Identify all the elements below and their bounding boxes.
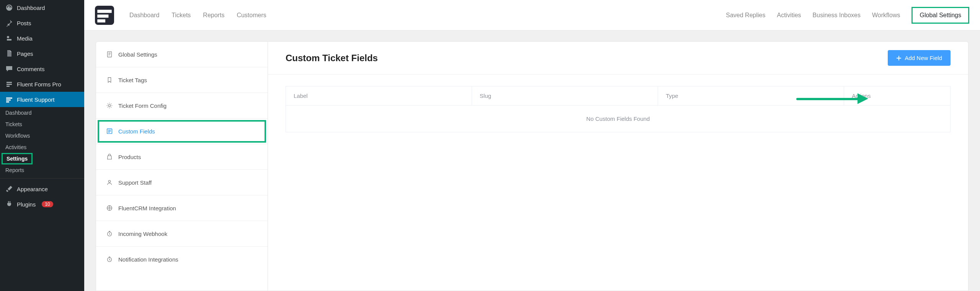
separator bbox=[0, 178, 84, 181]
settings-nav-label: Support Staff bbox=[118, 179, 152, 186]
content-row: Global Settings Ticket Tags Ticket Form … bbox=[96, 41, 969, 291]
wp-menu-appearance[interactable]: Appearance bbox=[0, 181, 84, 197]
settings-nav-custom-fields[interactable]: Custom Fields bbox=[96, 119, 268, 144]
settings-nav-label: Ticket Form Config bbox=[118, 102, 167, 109]
svg-point-9 bbox=[109, 207, 110, 209]
bell-icon bbox=[106, 256, 113, 263]
page-icon bbox=[5, 50, 13, 57]
settings-nav-support-staff[interactable]: Support Staff bbox=[96, 170, 268, 195]
wp-menu-label: Plugins bbox=[17, 201, 36, 208]
wp-menu-label: Media bbox=[17, 35, 33, 42]
wp-menu-label: Fluent Support bbox=[17, 96, 54, 103]
nav-reports[interactable]: Reports bbox=[203, 12, 224, 19]
wp-submenu-workflows[interactable]: Workflows bbox=[0, 130, 84, 141]
plug-icon bbox=[5, 200, 13, 208]
svg-point-7 bbox=[108, 180, 110, 182]
comment-icon bbox=[5, 65, 13, 73]
button-label: Add New Field bbox=[905, 55, 942, 61]
top-nav-right: Saved Replies Activities Business Inboxe… bbox=[726, 7, 969, 24]
nav-business-inboxes[interactable]: Business Inboxes bbox=[813, 12, 861, 19]
settings-nav-label: Custom Fields bbox=[118, 128, 155, 135]
settings-nav-label: Notification Integrations bbox=[118, 256, 178, 263]
settings-nav-tags[interactable]: Ticket Tags bbox=[96, 67, 268, 93]
app-topbar: Dashboard Tickets Reports Customers Save… bbox=[84, 0, 980, 31]
nav-saved-replies[interactable]: Saved Replies bbox=[726, 12, 765, 19]
wp-menu-fluent-forms[interactable]: Fluent Forms Pro bbox=[0, 76, 84, 92]
bookmark-icon bbox=[106, 76, 113, 83]
annotation-arrow bbox=[796, 95, 869, 102]
wp-menu-label: Posts bbox=[17, 20, 31, 26]
support-icon bbox=[5, 96, 13, 103]
wp-menu-comments[interactable]: Comments bbox=[0, 61, 84, 76]
app-logo[interactable] bbox=[95, 6, 114, 25]
arrow-head-icon bbox=[858, 93, 868, 104]
wp-menu-fluent-support[interactable]: Fluent Support bbox=[0, 92, 84, 107]
nav-dashboard[interactable]: Dashboard bbox=[129, 12, 159, 19]
settings-nav-form-config[interactable]: Ticket Form Config bbox=[96, 93, 268, 119]
settings-nav-fluentcrm[interactable]: FluentCRM Integration bbox=[96, 195, 268, 221]
svg-rect-4 bbox=[108, 52, 112, 57]
wp-menu-label: Dashboard bbox=[17, 5, 45, 11]
empty-message: No Custom Fields Found bbox=[286, 106, 951, 132]
main-area: Dashboard Tickets Reports Customers Save… bbox=[84, 0, 980, 291]
settings-side-nav: Global Settings Ticket Tags Ticket Form … bbox=[96, 41, 268, 291]
page-title: Custom Ticket Fields bbox=[286, 53, 378, 63]
media-icon bbox=[5, 34, 13, 42]
settings-nav-webhook[interactable]: Incoming Webhook bbox=[96, 221, 268, 247]
col-label: Label bbox=[286, 86, 472, 106]
integration-icon bbox=[106, 205, 113, 211]
wp-menu-label: Appearance bbox=[17, 186, 48, 192]
wp-submenu-dashboard[interactable]: Dashboard bbox=[0, 107, 84, 119]
bag-icon bbox=[106, 153, 113, 160]
wp-menu-dashboard[interactable]: Dashboard bbox=[0, 0, 84, 15]
custom-fields-table: Label Slug Type Actions No Custom Fields… bbox=[286, 86, 951, 132]
form-fields-icon bbox=[106, 128, 113, 135]
wp-menu-label: Fluent Forms Pro bbox=[17, 81, 61, 88]
wp-menu-media[interactable]: Media bbox=[0, 31, 84, 46]
wp-menu-plugins[interactable]: Plugins 10 bbox=[0, 197, 84, 212]
plus-icon bbox=[896, 55, 902, 61]
table-container: Label Slug Type Actions No Custom Fields… bbox=[268, 75, 968, 144]
settings-nav-global[interactable]: Global Settings bbox=[96, 42, 268, 67]
wp-submenu-settings[interactable]: Settings bbox=[2, 153, 33, 164]
svg-rect-1 bbox=[7, 82, 12, 83]
nav-tickets[interactable]: Tickets bbox=[172, 12, 191, 19]
wp-menu-pages[interactable]: Pages bbox=[0, 46, 84, 61]
svg-point-5 bbox=[108, 104, 110, 106]
nav-workflows[interactable]: Workflows bbox=[872, 12, 900, 19]
nav-activities[interactable]: Activities bbox=[777, 12, 801, 19]
gauge-icon bbox=[5, 4, 13, 11]
svg-rect-2 bbox=[7, 84, 12, 85]
wp-submenu-activities[interactable]: Activities bbox=[0, 141, 84, 153]
user-icon bbox=[106, 179, 113, 186]
svg-point-0 bbox=[7, 36, 9, 38]
col-slug: Slug bbox=[472, 86, 658, 106]
settings-nav-label: Global Settings bbox=[118, 51, 157, 58]
wp-submenu-tickets[interactable]: Tickets bbox=[0, 119, 84, 130]
settings-nav-products[interactable]: Products bbox=[96, 144, 268, 170]
forms-icon bbox=[5, 80, 13, 88]
settings-nav-label: Products bbox=[118, 154, 141, 160]
wp-admin-sidebar: Dashboard Posts Media Pages Comments Flu… bbox=[0, 0, 84, 291]
wp-menu-label: Comments bbox=[17, 66, 45, 72]
svg-rect-3 bbox=[7, 86, 10, 87]
nav-global-settings[interactable]: Global Settings bbox=[911, 7, 969, 24]
pin-icon bbox=[5, 19, 13, 27]
nav-customers[interactable]: Customers bbox=[237, 12, 266, 19]
add-new-field-button[interactable]: Add New Field bbox=[888, 50, 951, 66]
arrow-shaft bbox=[796, 98, 859, 100]
gear-icon bbox=[106, 102, 113, 109]
empty-row: No Custom Fields Found bbox=[286, 106, 951, 132]
settings-nav-label: FluentCRM Integration bbox=[118, 205, 176, 211]
brush-icon bbox=[5, 185, 13, 193]
settings-nav-label: Ticket Tags bbox=[118, 77, 147, 83]
document-icon bbox=[106, 51, 113, 58]
top-nav-left: Dashboard Tickets Reports Customers bbox=[129, 12, 266, 19]
settings-page: Custom Ticket Fields Add New Field Label… bbox=[268, 41, 969, 291]
wp-submenu-reports[interactable]: Reports bbox=[0, 164, 84, 176]
clock-icon bbox=[106, 230, 113, 237]
page-header: Custom Ticket Fields Add New Field bbox=[268, 42, 968, 75]
settings-nav-label: Incoming Webhook bbox=[118, 231, 167, 237]
settings-nav-notifications[interactable]: Notification Integrations bbox=[96, 247, 268, 272]
wp-menu-posts[interactable]: Posts bbox=[0, 15, 84, 31]
